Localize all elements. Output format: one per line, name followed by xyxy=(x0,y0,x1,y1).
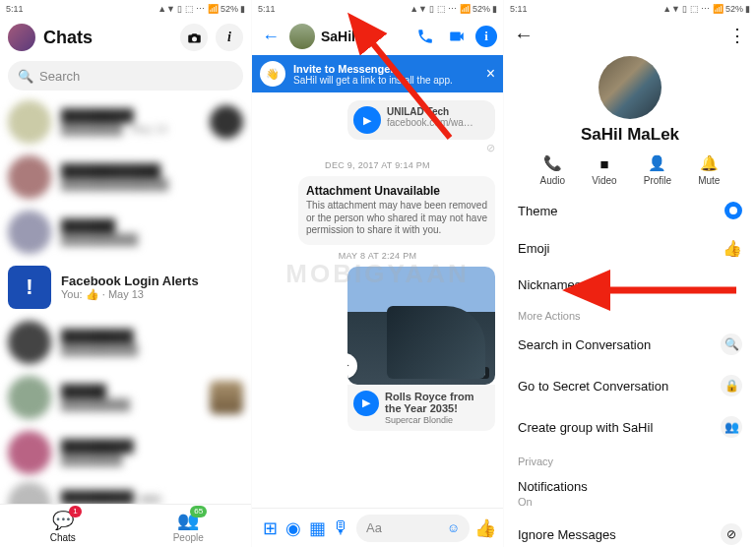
option-secret[interactable]: Go to Secret Conversation🔒 xyxy=(504,365,756,406)
notifications-state: On xyxy=(504,496,756,514)
page-title: Chats xyxy=(43,28,172,48)
chat-row[interactable]: ██████████████████ xyxy=(0,315,251,370)
people-icon: 👥65 xyxy=(177,510,199,531)
settings-header: ← ⋮ xyxy=(504,18,756,52)
ignore-icon: ⊘ xyxy=(721,523,742,545)
video-action[interactable]: ■Video xyxy=(592,154,616,186)
option-theme[interactable]: Theme xyxy=(504,192,756,229)
like-button[interactable]: 👍 xyxy=(473,517,497,539)
gallery-button[interactable]: ▦ xyxy=(305,517,329,539)
invite-sub: SaHil will get a link to install the app… xyxy=(293,75,453,86)
video-icon: ■ xyxy=(596,154,613,172)
bell-icon: 🔔 xyxy=(700,154,718,172)
status-bar: 5:11 ▲▼ ▯ ⬚ ⋯ 📶 52%▮ xyxy=(0,0,251,18)
my-avatar[interactable] xyxy=(8,24,35,51)
login-alert-title: Facebook Login Alerts xyxy=(61,274,243,289)
play-icon[interactable] xyxy=(405,310,438,343)
chat-row[interactable]: ████████████████ xyxy=(0,425,251,480)
chats-pane: 5:11 ▲▼ ▯ ⬚ ⋯ 📶 52%▮ Chats i 🔍 Search ██… xyxy=(0,0,252,547)
status-right: ▲▼ ▯ ⬚ ⋯ 📶 52%▮ xyxy=(158,4,245,14)
contact-name: SaHil MaLek xyxy=(581,125,679,145)
chat-row[interactable]: █████████████████████████ xyxy=(0,150,251,205)
back-button[interactable]: ← xyxy=(258,24,284,49)
status-bar: 5:11 ▲▼ ▯ ⬚ ⋯ 📶52%▮ xyxy=(252,0,503,18)
search-icon: 🔍 xyxy=(18,69,33,84)
video-call-button[interactable] xyxy=(444,24,470,49)
contact-avatar[interactable] xyxy=(289,24,315,49)
camera-button[interactable] xyxy=(180,24,208,51)
profile-block: SaHil MaLek xyxy=(504,56,756,145)
message-attachment[interactable]: Attachment Unavailable This attachment m… xyxy=(298,176,495,245)
bottom-nav: 💬1 Chats 👥65 People xyxy=(0,504,251,547)
video-card[interactable]: ▶ Rolls Royce from the Year 2035! Superc… xyxy=(347,385,495,431)
chats-header: Chats i xyxy=(0,18,251,57)
close-icon[interactable]: × xyxy=(486,65,495,83)
compose-button[interactable]: i xyxy=(216,24,243,51)
chat-icon: 💬1 xyxy=(52,510,74,531)
nav-people[interactable]: 👥65 People xyxy=(126,505,252,547)
contact-settings-pane: 5:11 ▲▼ ▯ ⬚ ⋯ 📶52%▮ ← ⋮ SaHil MaLek 📞Aud… xyxy=(504,0,756,547)
option-search[interactable]: Search in Conversation🔍 xyxy=(504,324,756,365)
option-create-group[interactable]: Create group with SaHil👥 xyxy=(504,406,756,448)
conversation-pane: 5:11 ▲▼ ▯ ⬚ ⋯ 📶52%▮ ← SaHil i 👋 Invite t… xyxy=(252,0,504,547)
option-ignore[interactable]: Ignore Messages⊘ xyxy=(504,514,756,547)
message-link[interactable]: ▶ UNILAD Techfacebook.com/wa… xyxy=(347,100,495,140)
chat-row[interactable]: ██████████████ xyxy=(0,370,251,425)
chat-row[interactable]: ████████████████ xyxy=(0,205,251,260)
profile-action[interactable]: 👤Profile xyxy=(644,154,671,186)
timestamp: MAY 8 AT 2:24 PM xyxy=(260,251,495,261)
phone-icon: 📞 xyxy=(543,154,561,172)
contact-name[interactable]: SaHil xyxy=(321,29,407,44)
group-icon: 👥 xyxy=(721,416,742,438)
mute-action[interactable]: 🔔Mute xyxy=(698,154,720,186)
play-icon: ▶ xyxy=(353,106,381,134)
video-duration: 3:35 xyxy=(464,367,489,379)
invite-avatar-icon: 👋 xyxy=(260,61,285,87)
conv-header: ← SaHil i xyxy=(252,18,503,55)
status-bar: 5:11 ▲▼ ▯ ⬚ ⋯ 📶52%▮ xyxy=(504,0,756,18)
section-more: More Actions xyxy=(504,302,756,324)
option-notifications[interactable]: Notifications xyxy=(504,469,756,496)
option-emoji[interactable]: Emoji👍 xyxy=(504,229,756,268)
contact-avatar[interactable] xyxy=(598,56,662,119)
search-input[interactable]: 🔍 Search xyxy=(8,61,243,91)
message-video[interactable]: ➤ 3:35 ▶ Rolls Royce from the Year 2035!… xyxy=(347,267,495,431)
attach-body: This attachment may have been removed or… xyxy=(306,200,487,237)
timestamp: DEC 9, 2017 AT 9:14 PM xyxy=(260,160,495,170)
camera-button[interactable]: ◉ xyxy=(282,517,305,539)
composer: ⊞ ◉ ▦ 🎙 Aa ☺ 👍 xyxy=(252,508,503,547)
chat-row[interactable]: ████████████████ · May 14 xyxy=(0,94,251,150)
back-button[interactable]: ← xyxy=(514,24,534,46)
message-input[interactable]: Aa ☺ xyxy=(356,515,470,542)
play-icon: ▶ xyxy=(353,391,379,416)
messages-area[interactable]: ▶ UNILAD Techfacebook.com/wa… ⊘ DEC 9, 2… xyxy=(252,92,503,476)
section-privacy: Privacy xyxy=(504,448,756,469)
like-icon: 👍 xyxy=(723,239,742,258)
video-thumb: ➤ 3:35 xyxy=(347,267,495,385)
emoji-button[interactable]: ☺ xyxy=(447,520,460,535)
invite-banner[interactable]: 👋 Invite to Messenger SaHil will get a l… xyxy=(252,55,503,92)
login-alert-sub: You: 👍 · May 13 xyxy=(61,288,243,301)
nav-chats[interactable]: 💬1 Chats xyxy=(0,505,126,547)
search-icon: 🔍 xyxy=(721,334,742,355)
attach-title: Attachment Unavailable xyxy=(306,184,487,198)
seen-icon: ⊘ xyxy=(260,142,495,154)
call-button[interactable] xyxy=(412,24,438,49)
audio-action[interactable]: 📞Audio xyxy=(540,154,566,186)
option-nicknames[interactable]: Nicknames xyxy=(504,268,756,302)
chats-badge: 1 xyxy=(69,506,81,517)
people-badge: 65 xyxy=(190,506,207,517)
shield-icon: ! xyxy=(8,266,51,309)
status-time: 5:11 xyxy=(6,4,24,14)
profile-icon: 👤 xyxy=(649,154,666,172)
share-button[interactable]: ➤ xyxy=(347,353,357,379)
lock-icon: 🔒 xyxy=(721,375,742,396)
quick-actions: 📞Audio ■Video 👤Profile 🔔Mute xyxy=(527,154,733,186)
invite-title: Invite to Messenger xyxy=(293,63,453,75)
login-alerts-row[interactable]: ! Facebook Login Alerts You: 👍 · May 13 xyxy=(0,260,251,315)
more-button[interactable]: ⋮ xyxy=(728,25,746,46)
apps-button[interactable]: ⊞ xyxy=(258,517,282,539)
info-button[interactable]: i xyxy=(475,26,497,47)
mic-button[interactable]: 🎙 xyxy=(329,517,352,538)
theme-ring-icon xyxy=(724,202,742,219)
